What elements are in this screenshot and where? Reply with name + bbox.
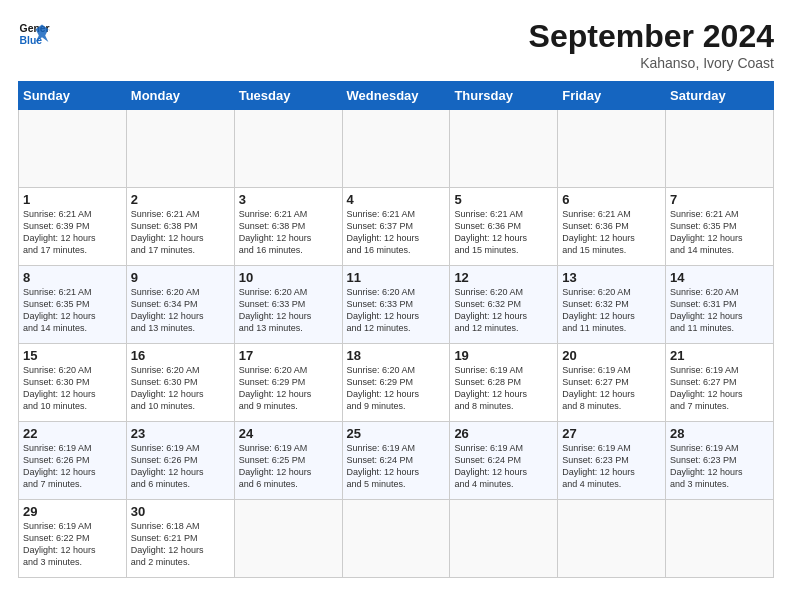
calendar-cell: 28Sunrise: 6:19 AM Sunset: 6:23 PM Dayli…	[666, 422, 774, 500]
day-number: 18	[347, 348, 446, 363]
day-info: Sunrise: 6:21 AM Sunset: 6:37 PM Dayligh…	[347, 208, 446, 257]
day-number: 10	[239, 270, 338, 285]
day-number: 27	[562, 426, 661, 441]
header-day-friday: Friday	[558, 82, 666, 110]
week-row-4: 15Sunrise: 6:20 AM Sunset: 6:30 PM Dayli…	[19, 344, 774, 422]
calendar-cell: 8Sunrise: 6:21 AM Sunset: 6:35 PM Daylig…	[19, 266, 127, 344]
day-number: 11	[347, 270, 446, 285]
day-number: 22	[23, 426, 122, 441]
day-number: 24	[239, 426, 338, 441]
calendar-cell	[342, 500, 450, 578]
day-number: 21	[670, 348, 769, 363]
header-day-wednesday: Wednesday	[342, 82, 450, 110]
calendar-cell: 23Sunrise: 6:19 AM Sunset: 6:26 PM Dayli…	[126, 422, 234, 500]
day-number: 1	[23, 192, 122, 207]
calendar-cell	[342, 110, 450, 188]
day-info: Sunrise: 6:20 AM Sunset: 6:29 PM Dayligh…	[347, 364, 446, 413]
calendar-cell: 16Sunrise: 6:20 AM Sunset: 6:30 PM Dayli…	[126, 344, 234, 422]
calendar-cell: 4Sunrise: 6:21 AM Sunset: 6:37 PM Daylig…	[342, 188, 450, 266]
calendar-cell: 6Sunrise: 6:21 AM Sunset: 6:36 PM Daylig…	[558, 188, 666, 266]
header-day-monday: Monday	[126, 82, 234, 110]
day-info: Sunrise: 6:20 AM Sunset: 6:30 PM Dayligh…	[131, 364, 230, 413]
day-info: Sunrise: 6:19 AM Sunset: 6:23 PM Dayligh…	[670, 442, 769, 491]
calendar-cell: 10Sunrise: 6:20 AM Sunset: 6:33 PM Dayli…	[234, 266, 342, 344]
day-number: 16	[131, 348, 230, 363]
calendar-cell: 18Sunrise: 6:20 AM Sunset: 6:29 PM Dayli…	[342, 344, 450, 422]
calendar-cell: 2Sunrise: 6:21 AM Sunset: 6:38 PM Daylig…	[126, 188, 234, 266]
day-number: 6	[562, 192, 661, 207]
day-number: 29	[23, 504, 122, 519]
day-info: Sunrise: 6:20 AM Sunset: 6:29 PM Dayligh…	[239, 364, 338, 413]
page-container: General Blue September 2024 Kahanso, Ivo…	[0, 0, 792, 588]
day-number: 15	[23, 348, 122, 363]
calendar-cell	[19, 110, 127, 188]
logo-icon: General Blue	[18, 18, 50, 50]
day-number: 7	[670, 192, 769, 207]
calendar-cell: 15Sunrise: 6:20 AM Sunset: 6:30 PM Dayli…	[19, 344, 127, 422]
calendar-cell	[450, 110, 558, 188]
calendar-cell: 27Sunrise: 6:19 AM Sunset: 6:23 PM Dayli…	[558, 422, 666, 500]
day-info: Sunrise: 6:19 AM Sunset: 6:25 PM Dayligh…	[239, 442, 338, 491]
calendar-cell: 9Sunrise: 6:20 AM Sunset: 6:34 PM Daylig…	[126, 266, 234, 344]
day-info: Sunrise: 6:21 AM Sunset: 6:36 PM Dayligh…	[562, 208, 661, 257]
subtitle: Kahanso, Ivory Coast	[529, 55, 774, 71]
day-info: Sunrise: 6:19 AM Sunset: 6:26 PM Dayligh…	[23, 442, 122, 491]
header: General Blue September 2024 Kahanso, Ivo…	[18, 18, 774, 71]
calendar-cell: 19Sunrise: 6:19 AM Sunset: 6:28 PM Dayli…	[450, 344, 558, 422]
day-info: Sunrise: 6:19 AM Sunset: 6:27 PM Dayligh…	[670, 364, 769, 413]
day-number: 14	[670, 270, 769, 285]
day-info: Sunrise: 6:20 AM Sunset: 6:31 PM Dayligh…	[670, 286, 769, 335]
day-info: Sunrise: 6:21 AM Sunset: 6:35 PM Dayligh…	[670, 208, 769, 257]
header-row: SundayMondayTuesdayWednesdayThursdayFrid…	[19, 82, 774, 110]
calendar-cell: 24Sunrise: 6:19 AM Sunset: 6:25 PM Dayli…	[234, 422, 342, 500]
calendar-cell	[558, 110, 666, 188]
calendar-cell	[234, 500, 342, 578]
calendar-cell: 25Sunrise: 6:19 AM Sunset: 6:24 PM Dayli…	[342, 422, 450, 500]
day-number: 20	[562, 348, 661, 363]
day-info: Sunrise: 6:20 AM Sunset: 6:30 PM Dayligh…	[23, 364, 122, 413]
calendar-cell: 14Sunrise: 6:20 AM Sunset: 6:31 PM Dayli…	[666, 266, 774, 344]
header-day-sunday: Sunday	[19, 82, 127, 110]
day-number: 5	[454, 192, 553, 207]
day-info: Sunrise: 6:19 AM Sunset: 6:26 PM Dayligh…	[131, 442, 230, 491]
calendar-cell: 29Sunrise: 6:19 AM Sunset: 6:22 PM Dayli…	[19, 500, 127, 578]
calendar-cell	[666, 500, 774, 578]
calendar-cell: 7Sunrise: 6:21 AM Sunset: 6:35 PM Daylig…	[666, 188, 774, 266]
day-info: Sunrise: 6:21 AM Sunset: 6:39 PM Dayligh…	[23, 208, 122, 257]
day-info: Sunrise: 6:19 AM Sunset: 6:24 PM Dayligh…	[347, 442, 446, 491]
week-row-1	[19, 110, 774, 188]
day-number: 3	[239, 192, 338, 207]
day-info: Sunrise: 6:20 AM Sunset: 6:34 PM Dayligh…	[131, 286, 230, 335]
day-number: 28	[670, 426, 769, 441]
calendar-cell	[450, 500, 558, 578]
week-row-3: 8Sunrise: 6:21 AM Sunset: 6:35 PM Daylig…	[19, 266, 774, 344]
day-number: 13	[562, 270, 661, 285]
week-row-5: 22Sunrise: 6:19 AM Sunset: 6:26 PM Dayli…	[19, 422, 774, 500]
day-info: Sunrise: 6:21 AM Sunset: 6:38 PM Dayligh…	[239, 208, 338, 257]
day-info: Sunrise: 6:20 AM Sunset: 6:32 PM Dayligh…	[454, 286, 553, 335]
week-row-2: 1Sunrise: 6:21 AM Sunset: 6:39 PM Daylig…	[19, 188, 774, 266]
title-block: September 2024 Kahanso, Ivory Coast	[529, 18, 774, 71]
month-title: September 2024	[529, 18, 774, 55]
day-info: Sunrise: 6:19 AM Sunset: 6:27 PM Dayligh…	[562, 364, 661, 413]
day-number: 26	[454, 426, 553, 441]
week-row-6: 29Sunrise: 6:19 AM Sunset: 6:22 PM Dayli…	[19, 500, 774, 578]
calendar-cell: 30Sunrise: 6:18 AM Sunset: 6:21 PM Dayli…	[126, 500, 234, 578]
calendar-cell: 22Sunrise: 6:19 AM Sunset: 6:26 PM Dayli…	[19, 422, 127, 500]
calendar-cell: 12Sunrise: 6:20 AM Sunset: 6:32 PM Dayli…	[450, 266, 558, 344]
calendar-cell	[234, 110, 342, 188]
day-info: Sunrise: 6:19 AM Sunset: 6:28 PM Dayligh…	[454, 364, 553, 413]
calendar-cell	[126, 110, 234, 188]
day-number: 12	[454, 270, 553, 285]
day-info: Sunrise: 6:21 AM Sunset: 6:36 PM Dayligh…	[454, 208, 553, 257]
day-info: Sunrise: 6:20 AM Sunset: 6:32 PM Dayligh…	[562, 286, 661, 335]
calendar-cell: 21Sunrise: 6:19 AM Sunset: 6:27 PM Dayli…	[666, 344, 774, 422]
day-info: Sunrise: 6:21 AM Sunset: 6:35 PM Dayligh…	[23, 286, 122, 335]
calendar-cell: 17Sunrise: 6:20 AM Sunset: 6:29 PM Dayli…	[234, 344, 342, 422]
calendar-cell: 11Sunrise: 6:20 AM Sunset: 6:33 PM Dayli…	[342, 266, 450, 344]
day-info: Sunrise: 6:20 AM Sunset: 6:33 PM Dayligh…	[239, 286, 338, 335]
logo: General Blue	[18, 18, 50, 50]
day-info: Sunrise: 6:19 AM Sunset: 6:22 PM Dayligh…	[23, 520, 122, 569]
calendar-cell: 5Sunrise: 6:21 AM Sunset: 6:36 PM Daylig…	[450, 188, 558, 266]
day-number: 8	[23, 270, 122, 285]
